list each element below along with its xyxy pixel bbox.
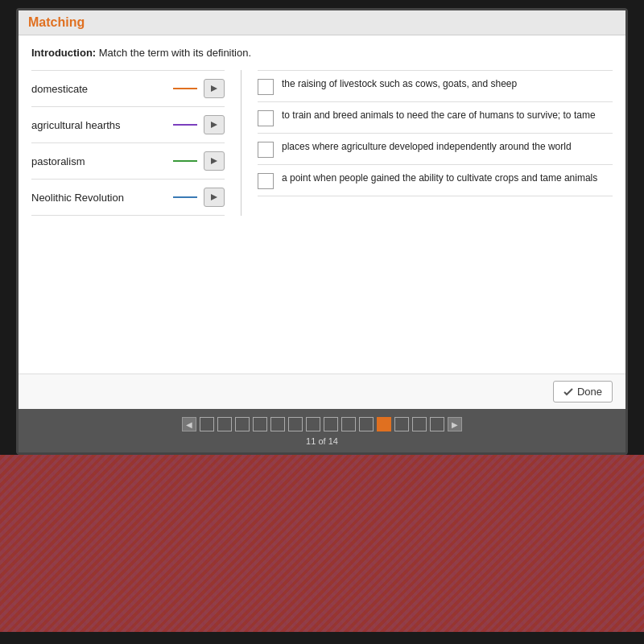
definition-row-4: a point when people gained the ability t… [258, 165, 613, 196]
term-label-agricultural-hearths: agricultural hearths [31, 119, 167, 131]
term-label-neolithic-revolution: Neolithic Revolution [31, 192, 167, 204]
term-row-neolithic-revolution: Neolithic Revolution [31, 180, 225, 216]
definition-row-1: the raising of livestock such as cows, g… [258, 70, 613, 102]
nav-dot-1[interactable] [200, 417, 214, 431]
term-line-agricultural-hearths [173, 124, 197, 126]
nav-dot-14[interactable] [430, 417, 444, 431]
svg-marker-0 [211, 85, 217, 92]
term-row-domesticate: domesticate [31, 70, 225, 107]
term-row-agricultural-hearths: agricultural hearths [31, 107, 225, 143]
title-bar: Matching [19, 10, 625, 35]
nav-dot-3[interactable] [235, 417, 250, 431]
nav-dot-10[interactable] [359, 417, 374, 431]
page-title: Matching [28, 15, 85, 29]
arrow-button-neolithic-revolution[interactable] [204, 188, 225, 207]
term-line-pastoralism [173, 160, 197, 162]
bottom-bar: Done [19, 374, 625, 409]
nav-dot-7[interactable] [306, 417, 320, 431]
desktop-background [0, 455, 644, 632]
matching-container: domesticate agricultural hearths [31, 70, 613, 216]
definition-text-1: the raising of livestock such as cows, g… [282, 77, 517, 91]
definition-checkbox-4[interactable] [258, 173, 274, 189]
nav-count: 11 of 14 [306, 436, 338, 446]
term-label-pastoralism: pastoralism [31, 155, 167, 167]
nav-dot-9[interactable] [341, 417, 356, 431]
term-row-pastoralism: pastoralism [31, 143, 225, 180]
svg-marker-1 [211, 122, 217, 128]
term-label-domesticate: domesticate [31, 83, 167, 95]
definition-text-3: places where agriculture developed indep… [282, 140, 572, 154]
term-line-neolithic-revolution [173, 196, 197, 198]
terms-column: domesticate agricultural hearths [31, 70, 225, 216]
arrow-button-domesticate[interactable] [204, 79, 225, 98]
definition-row-2: to train and breed animals to need the c… [258, 102, 613, 134]
nav-dot-5[interactable] [270, 417, 285, 431]
definition-text-4: a point when people gained the ability t… [282, 171, 597, 185]
nav-dot-11[interactable] [377, 417, 391, 431]
svg-marker-3 [211, 194, 217, 200]
definition-text-2: to train and breed animals to need the c… [282, 109, 596, 122]
arrow-button-agricultural-hearths[interactable] [204, 115, 225, 134]
definition-checkbox-2[interactable] [258, 110, 274, 126]
definition-checkbox-1[interactable] [258, 79, 274, 95]
nav-dot-6[interactable] [288, 417, 303, 431]
content-area: Introduction: Match the term with its de… [19, 35, 625, 374]
fabric-texture [0, 455, 644, 632]
definition-row-3: places where agriculture developed indep… [258, 134, 613, 165]
nav-dot-12[interactable] [394, 417, 409, 431]
definition-checkbox-3[interactable] [258, 142, 274, 158]
nav-dot-4[interactable] [253, 417, 267, 431]
svg-marker-2 [211, 158, 217, 164]
intro-text: Introduction: Match the term with its de… [31, 47, 613, 59]
nav-next-button[interactable]: ▶ [448, 417, 462, 431]
nav-dots-row: ◀ ▶ [182, 417, 462, 431]
arrow-button-pastoralism[interactable] [204, 151, 225, 171]
nav-bar: ◀ ▶ 11 of 14 [19, 409, 625, 452]
term-line-domesticate [173, 88, 197, 89]
column-divider [241, 70, 242, 216]
nav-dot-13[interactable] [412, 417, 427, 431]
done-button[interactable]: Done [553, 381, 613, 402]
nav-prev-button[interactable]: ◀ [182, 417, 196, 431]
nav-dot-2[interactable] [217, 417, 232, 431]
definitions-column: the raising of livestock such as cows, g… [258, 70, 613, 196]
nav-dot-8[interactable] [324, 417, 338, 431]
